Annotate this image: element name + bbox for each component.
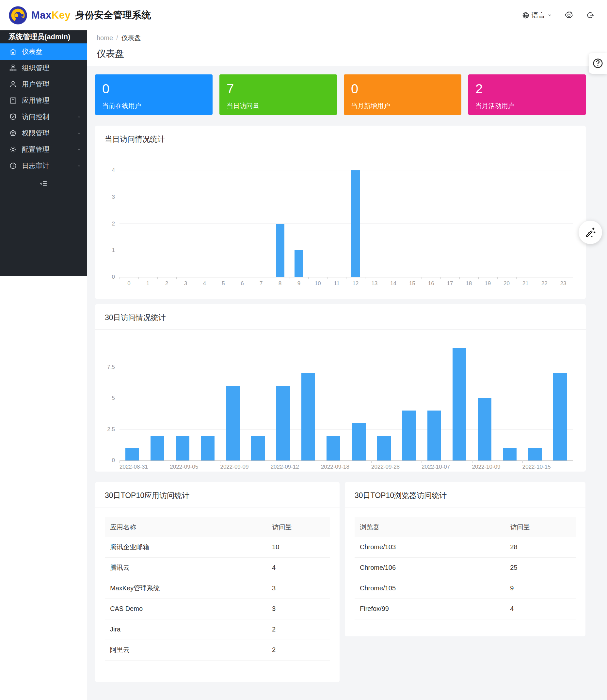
x-axis-tick — [522, 460, 523, 463]
category-band — [371, 330, 396, 460]
sidebar-item-label: 日志审计 — [22, 161, 49, 170]
x-axis-tick-label: 8 — [271, 280, 290, 287]
sidebar-item-label: 用户管理 — [22, 80, 49, 89]
x-axis-tick-label: 17 — [440, 280, 459, 287]
category-band — [403, 170, 421, 277]
x-axis-tick — [573, 277, 573, 279]
chart-plot-area: 02.557.52022-08-312022-09-052022-09-0920… — [120, 330, 573, 461]
y-axis-tick-label: 0 — [112, 274, 115, 280]
y-axis-tick-label: 7.5 — [107, 364, 115, 370]
logout-icon[interactable] — [586, 11, 594, 20]
sidebar-item-clock[interactable]: 日志审计 — [0, 158, 87, 174]
top-apps-panel: 30日TOP10应用访问统计 应用名称访问量腾讯企业邮箱10腾讯云4MaxKey… — [95, 482, 340, 682]
x-axis-tick-label: 2022-10-15 — [522, 464, 551, 470]
y-axis-tick-label: 2.5 — [107, 426, 115, 433]
theme-magic-button[interactable] — [579, 221, 602, 244]
bar — [453, 348, 466, 460]
panel-divider — [95, 507, 340, 507]
x-axis-tick-label: 1 — [139, 280, 158, 287]
y-axis-tick-label: 4 — [112, 167, 115, 174]
bar — [276, 224, 285, 277]
category-band — [548, 330, 573, 460]
column-header: 访问量 — [267, 517, 330, 537]
x-axis-tick-label: 2022-08-31 — [120, 464, 148, 470]
category-band — [497, 330, 522, 460]
x-axis-tick — [371, 460, 372, 463]
bar — [351, 170, 360, 277]
sidebar-menu: 仪表盘组织管理用户管理应用管理访问控制权限管理配置管理日志审计 — [0, 43, 87, 174]
table-row: Jira2 — [105, 619, 330, 640]
x-axis-tick — [535, 277, 535, 279]
sidebar-item-label: 应用管理 — [22, 96, 49, 105]
category-band — [271, 170, 290, 277]
chevron-down-icon — [77, 163, 82, 168]
app-title: 身份安全管理系统 — [75, 9, 151, 22]
x-axis-tick — [233, 277, 233, 279]
category-band — [327, 170, 346, 277]
category-band — [516, 170, 535, 277]
table-header-row: 浏览器访问量 — [355, 517, 575, 537]
breadcrumb-home-link[interactable]: home — [97, 34, 113, 42]
settings-icon[interactable] — [565, 11, 573, 20]
top-apps-table: 应用名称访问量腾讯企业邮箱10腾讯云4MaxKey管理系统3CAS Demo3J… — [105, 517, 330, 660]
stat-card-value: 7 — [227, 82, 330, 95]
chart-plot-area: 0123401234567891011121314151617181920212… — [120, 170, 573, 277]
x-axis-tick — [120, 277, 120, 279]
panel-divider — [95, 151, 586, 151]
x-axis-tick-label — [198, 464, 220, 470]
category-band — [459, 170, 478, 277]
bars-container — [120, 170, 573, 277]
category-band — [522, 330, 548, 460]
breadcrumb: home / 仪表盘 — [87, 30, 607, 42]
cell-value: 2 — [267, 619, 330, 640]
sidebar-item-gear[interactable]: 配置管理 — [0, 141, 87, 158]
cell-value: 4 — [267, 557, 330, 578]
stat-card-1: 7当日访问量 — [219, 74, 337, 115]
sidebar-item-home[interactable]: 仪表盘 — [0, 43, 87, 60]
x-axis-tick — [139, 277, 139, 279]
sidebar-item-label: 配置管理 — [22, 145, 49, 154]
x-axis-tick-label: 16 — [421, 280, 440, 287]
x-axis-tick — [271, 277, 271, 279]
sidebar-item-user[interactable]: 用户管理 — [0, 76, 87, 92]
org-icon — [9, 64, 17, 72]
category-band — [296, 330, 321, 460]
x-axis-tick-label — [400, 464, 421, 470]
x-axis-tick-label: 2022-09-09 — [220, 464, 249, 470]
column-header: 应用名称 — [105, 517, 267, 537]
x-axis-tick-label: 11 — [327, 280, 346, 287]
menu-fold-icon[interactable] — [39, 179, 48, 188]
x-axis-tick-label: 5 — [214, 280, 233, 287]
clock-icon — [9, 162, 17, 170]
category-band — [139, 170, 158, 277]
user-icon — [9, 80, 17, 88]
top-browsers-title: 30日TOP10浏览器访问统计 — [345, 482, 585, 507]
sidebar-item-shield[interactable]: 访问控制 — [0, 109, 87, 125]
sidebar-item-org[interactable]: 组织管理 — [0, 60, 87, 76]
category-band — [321, 330, 346, 460]
category-band — [214, 170, 233, 277]
stat-card-0: 0当前在线用户 — [95, 74, 213, 115]
bar — [226, 386, 240, 460]
language-switcher[interactable]: 语言 — [522, 11, 552, 20]
category-band — [346, 170, 365, 277]
sidebar-item-app[interactable]: 应用管理 — [0, 92, 87, 109]
x-axis-tick — [271, 460, 271, 463]
x-axis-tick — [308, 277, 309, 279]
y-axis-tick-label: 1 — [112, 247, 115, 254]
bar — [276, 386, 290, 460]
x-axis-tick — [573, 460, 573, 463]
category-band — [158, 170, 176, 277]
column-header: 访问量 — [505, 517, 575, 537]
bar — [176, 436, 189, 460]
y-axis-tick-label: 5 — [112, 395, 115, 401]
category-band — [246, 330, 271, 460]
sidebar-item-pentagon[interactable]: 权限管理 — [0, 125, 87, 141]
category-band — [447, 330, 472, 460]
help-button[interactable] — [589, 53, 607, 74]
category-band — [176, 170, 195, 277]
x-axis-tick — [516, 277, 517, 279]
stat-card-label: 当日访问量 — [227, 102, 330, 110]
header-actions: 语言 — [522, 0, 594, 30]
category-band — [120, 330, 145, 460]
